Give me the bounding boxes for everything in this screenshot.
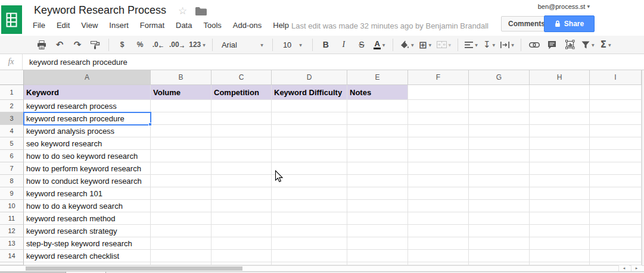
cell-H7[interactable]	[530, 162, 590, 175]
insert-link-button[interactable]	[528, 37, 541, 52]
cell-C12[interactable]	[211, 225, 272, 237]
cell-E7[interactable]	[347, 162, 408, 175]
cell-C8[interactable]	[211, 175, 272, 187]
menu-item-edit[interactable]: Edit	[57, 21, 70, 30]
star-icon[interactable]: ☆	[178, 5, 187, 17]
cell-G1[interactable]	[469, 85, 530, 100]
cell-C10[interactable]	[211, 200, 272, 212]
cell-H10[interactable]	[530, 200, 590, 212]
document-title[interactable]: Keyword Research Process	[34, 4, 166, 17]
cell-H3[interactable]	[530, 112, 590, 125]
cell-D14[interactable]	[272, 250, 347, 262]
cell-B11[interactable]	[151, 212, 211, 225]
menu-item-addons[interactable]: Add-ons	[233, 21, 262, 30]
cell-A2[interactable]: keyword research process	[24, 100, 151, 112]
select-all-corner[interactable]	[0, 70, 24, 85]
undo-button[interactable]: ↶	[53, 37, 66, 52]
cell-C11[interactable]	[211, 212, 272, 225]
cell-A13[interactable]: step-by-step keyword research	[24, 237, 151, 250]
cell-I13[interactable]	[590, 237, 642, 250]
row-header-11[interactable]: 11	[0, 212, 24, 225]
cell-A8[interactable]: how to conduct keyword research	[24, 175, 151, 187]
menu-item-tools[interactable]: Tools	[203, 21, 221, 30]
column-header-H[interactable]: H	[530, 70, 590, 85]
cell-F9[interactable]	[408, 187, 469, 200]
row-header-6[interactable]: 6	[0, 150, 24, 162]
selected-cell-outline[interactable]	[23, 112, 151, 125]
cell-C6[interactable]	[211, 150, 272, 162]
cell-A1[interactable]: Keyword	[24, 85, 151, 100]
cell-B10[interactable]	[151, 200, 211, 212]
vertical-align-button[interactable]: ↧▼	[483, 37, 496, 52]
cell-H11[interactable]	[530, 212, 590, 225]
text-color-button[interactable]: A▼	[373, 37, 386, 52]
cell-F11[interactable]	[408, 212, 469, 225]
cell-B8[interactable]	[151, 175, 211, 187]
menu-item-format[interactable]: Format	[140, 21, 164, 30]
format-currency-button[interactable]: $	[116, 37, 129, 52]
formula-input[interactable]: keyword research procedure	[23, 58, 127, 67]
cell-G11[interactable]	[469, 212, 530, 225]
cell-E9[interactable]	[347, 187, 408, 200]
decrease-decimal-button[interactable]: .0←	[151, 37, 164, 52]
row-header-12[interactable]: 12	[0, 225, 24, 237]
fill-handle[interactable]	[148, 123, 152, 126]
cell-E1[interactable]: Notes	[347, 85, 408, 100]
menu-item-help[interactable]: Help	[273, 21, 289, 30]
column-header-A[interactable]: A	[24, 70, 151, 85]
cell-I14[interactable]	[590, 250, 642, 262]
cell-A14[interactable]: keyword research checklist	[24, 250, 151, 262]
row-header-13[interactable]: 13	[0, 237, 24, 250]
cell-C7[interactable]	[211, 162, 272, 175]
cell-D6[interactable]	[272, 150, 347, 162]
cell-I12[interactable]	[590, 225, 642, 237]
cell-G6[interactable]	[469, 150, 530, 162]
cell-B3[interactable]	[151, 112, 211, 125]
borders-button[interactable]: ⊞▼	[419, 37, 432, 52]
cell-I2[interactable]	[590, 100, 642, 112]
insert-chart-button[interactable]	[564, 37, 577, 52]
cell-D4[interactable]	[272, 125, 347, 137]
cell-B1[interactable]: Volume	[151, 85, 211, 100]
cell-E6[interactable]	[347, 150, 408, 162]
cell-G5[interactable]	[469, 137, 530, 150]
row-header-4[interactable]: 4	[0, 125, 24, 137]
sheets-logo[interactable]	[1, 5, 22, 34]
column-header-B[interactable]: B	[151, 70, 211, 85]
menu-item-data[interactable]: Data	[176, 21, 192, 30]
filter-button[interactable]: ▼	[581, 37, 595, 52]
row-header-1[interactable]: 1	[0, 85, 24, 100]
cell-D11[interactable]	[272, 212, 347, 225]
column-header-D[interactable]: D	[272, 70, 347, 85]
cell-E14[interactable]	[347, 250, 408, 262]
account-menu[interactable]: ben@process.st▼	[538, 3, 590, 10]
cell-F12[interactable]	[408, 225, 469, 237]
cell-A11[interactable]: keyword research method	[24, 212, 151, 225]
row-header-14[interactable]: 14	[0, 250, 24, 262]
cell-F6[interactable]	[408, 150, 469, 162]
vertical-scrollbar[interactable]	[642, 70, 644, 265]
bold-button[interactable]: B	[319, 37, 332, 52]
cell-H14[interactable]	[530, 250, 590, 262]
cell-E4[interactable]	[347, 125, 408, 137]
cell-F10[interactable]	[408, 200, 469, 212]
cell-A5[interactable]: seo keyword research	[24, 137, 151, 150]
cell-A4[interactable]: keyword analysis process	[24, 125, 151, 137]
cell-I4[interactable]	[590, 125, 642, 137]
cell-B4[interactable]	[151, 125, 211, 137]
cell-E12[interactable]	[347, 225, 408, 237]
scroll-left-button[interactable]: ◂	[618, 265, 629, 271]
cell-H12[interactable]	[530, 225, 590, 237]
cell-E3[interactable]	[347, 112, 408, 125]
cell-G12[interactable]	[469, 225, 530, 237]
cell-C1[interactable]: Competition	[211, 85, 272, 100]
cell-G8[interactable]	[469, 175, 530, 187]
strikethrough-button[interactable]: S	[355, 37, 368, 52]
cell-G7[interactable]	[469, 162, 530, 175]
fill-color-button[interactable]: ▼	[400, 37, 414, 52]
cell-F1[interactable]	[408, 85, 469, 100]
column-header-I[interactable]: I	[590, 70, 642, 85]
share-button[interactable]: Share	[544, 15, 595, 32]
cell-E10[interactable]	[347, 200, 408, 212]
cell-H4[interactable]	[530, 125, 590, 137]
